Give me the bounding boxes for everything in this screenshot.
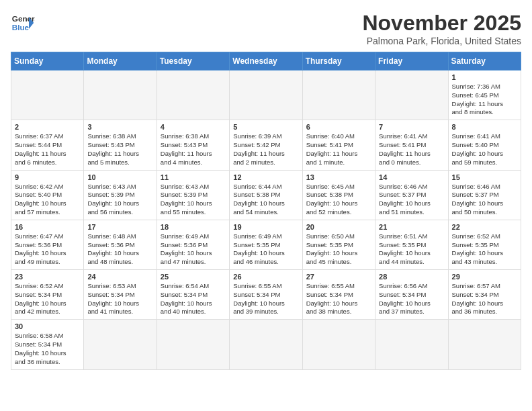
week-row-6: 30Sunrise: 6:58 AM Sunset: 5:34 PM Dayli… xyxy=(11,320,521,369)
day-number: 29 xyxy=(452,273,517,281)
calendar-cell: 28Sunrise: 6:56 AM Sunset: 5:34 PM Dayli… xyxy=(375,270,448,320)
day-info: Sunrise: 6:46 AM Sunset: 5:37 PM Dayligh… xyxy=(379,183,444,217)
day-info: Sunrise: 6:45 AM Sunset: 5:38 PM Dayligh… xyxy=(306,183,371,217)
day-info: Sunrise: 6:56 AM Sunset: 5:34 PM Dayligh… xyxy=(379,282,444,316)
calendar-cell xyxy=(302,71,375,120)
day-info: Sunrise: 6:48 AM Sunset: 5:36 PM Dayligh… xyxy=(87,232,152,267)
calendar-cell: 13Sunrise: 6:45 AM Sunset: 5:38 PM Dayli… xyxy=(302,170,375,220)
day-number: 25 xyxy=(161,273,226,281)
calendar-cell: 30Sunrise: 6:58 AM Sunset: 5:34 PM Dayli… xyxy=(11,320,84,369)
day-info: Sunrise: 6:39 AM Sunset: 5:42 PM Dayligh… xyxy=(233,132,298,167)
calendar-cell: 21Sunrise: 6:51 AM Sunset: 5:35 PM Dayli… xyxy=(375,220,448,269)
svg-text:Blue: Blue xyxy=(12,23,30,32)
day-info: Sunrise: 6:49 AM Sunset: 5:36 PM Dayligh… xyxy=(161,232,226,267)
calendar-cell: 2Sunrise: 6:37 AM Sunset: 5:44 PM Daylig… xyxy=(11,120,84,170)
day-number: 11 xyxy=(161,173,226,181)
day-info: Sunrise: 6:38 AM Sunset: 5:43 PM Dayligh… xyxy=(161,132,226,167)
calendar-cell: 1Sunrise: 7:36 AM Sunset: 6:45 PM Daylig… xyxy=(448,71,521,120)
day-info: Sunrise: 6:40 AM Sunset: 5:41 PM Dayligh… xyxy=(306,132,371,167)
calendar-cell: 16Sunrise: 6:47 AM Sunset: 5:36 PM Dayli… xyxy=(11,220,84,269)
calendar-cell: 18Sunrise: 6:49 AM Sunset: 5:36 PM Dayli… xyxy=(157,220,229,269)
day-number: 6 xyxy=(306,123,371,131)
week-row-5: 23Sunrise: 6:52 AM Sunset: 5:34 PM Dayli… xyxy=(11,270,521,320)
calendar-cell: 6Sunrise: 6:40 AM Sunset: 5:41 PM Daylig… xyxy=(302,120,375,170)
day-info: Sunrise: 6:54 AM Sunset: 5:34 PM Dayligh… xyxy=(161,282,226,316)
calendar-cell: 9Sunrise: 6:42 AM Sunset: 5:40 PM Daylig… xyxy=(11,170,84,220)
calendar-cell: 14Sunrise: 6:46 AM Sunset: 5:37 PM Dayli… xyxy=(375,170,448,220)
day-number: 5 xyxy=(233,123,298,131)
calendar-cell xyxy=(11,71,84,120)
day-info: Sunrise: 6:37 AM Sunset: 5:44 PM Dayligh… xyxy=(15,132,80,167)
day-info: Sunrise: 6:58 AM Sunset: 5:34 PM Dayligh… xyxy=(15,332,80,366)
day-number: 12 xyxy=(233,173,298,181)
day-header-friday: Friday xyxy=(375,52,448,71)
header-row: SundayMondayTuesdayWednesdayThursdayFrid… xyxy=(11,52,521,71)
calendar-cell: 26Sunrise: 6:55 AM Sunset: 5:34 PM Dayli… xyxy=(230,270,302,320)
calendar-cell: 27Sunrise: 6:55 AM Sunset: 5:34 PM Dayli… xyxy=(302,270,375,320)
day-info: Sunrise: 6:53 AM Sunset: 5:34 PM Dayligh… xyxy=(87,282,152,316)
day-number: 19 xyxy=(233,223,298,231)
day-header-saturday: Saturday xyxy=(448,52,521,71)
day-number: 7 xyxy=(379,123,444,131)
day-info: Sunrise: 6:49 AM Sunset: 5:35 PM Dayligh… xyxy=(233,232,298,267)
calendar-cell: 22Sunrise: 6:52 AM Sunset: 5:35 PM Dayli… xyxy=(448,220,521,269)
day-number: 9 xyxy=(15,173,80,181)
calendar-cell: 17Sunrise: 6:48 AM Sunset: 5:36 PM Dayli… xyxy=(84,220,157,269)
day-info: Sunrise: 6:46 AM Sunset: 5:37 PM Dayligh… xyxy=(452,183,517,217)
location-subtitle: Palmona Park, Florida, United States xyxy=(362,36,521,46)
day-info: Sunrise: 6:57 AM Sunset: 5:34 PM Dayligh… xyxy=(452,282,517,316)
day-info: Sunrise: 6:41 AM Sunset: 5:41 PM Dayligh… xyxy=(379,132,444,167)
day-number: 27 xyxy=(306,273,371,281)
day-number: 22 xyxy=(452,223,517,231)
day-number: 14 xyxy=(379,173,444,181)
week-row-1: 1Sunrise: 7:36 AM Sunset: 6:45 PM Daylig… xyxy=(11,71,521,120)
day-header-wednesday: Wednesday xyxy=(230,52,302,71)
calendar-cell: 12Sunrise: 6:44 AM Sunset: 5:38 PM Dayli… xyxy=(230,170,302,220)
calendar-table: SundayMondayTuesdayWednesdayThursdayFrid… xyxy=(11,52,521,370)
day-info: Sunrise: 6:42 AM Sunset: 5:40 PM Dayligh… xyxy=(15,183,80,217)
calendar-cell: 20Sunrise: 6:50 AM Sunset: 5:35 PM Dayli… xyxy=(302,220,375,269)
calendar-cell xyxy=(84,71,157,120)
header: General Blue November 2025 Palmona Park,… xyxy=(11,11,521,46)
day-number: 1 xyxy=(452,73,517,81)
day-number: 18 xyxy=(161,223,226,231)
calendar-cell: 25Sunrise: 6:54 AM Sunset: 5:34 PM Dayli… xyxy=(157,270,229,320)
calendar-cell: 8Sunrise: 6:41 AM Sunset: 5:40 PM Daylig… xyxy=(448,120,521,170)
day-number: 13 xyxy=(306,173,371,181)
day-number: 30 xyxy=(15,322,80,330)
day-info: Sunrise: 6:44 AM Sunset: 5:38 PM Dayligh… xyxy=(233,183,298,217)
calendar-cell: 15Sunrise: 6:46 AM Sunset: 5:37 PM Dayli… xyxy=(448,170,521,220)
day-header-tuesday: Tuesday xyxy=(157,52,229,71)
day-info: Sunrise: 6:55 AM Sunset: 5:34 PM Dayligh… xyxy=(306,282,371,316)
day-header-sunday: Sunday xyxy=(11,52,84,71)
calendar-cell xyxy=(84,320,157,369)
day-number: 20 xyxy=(306,223,371,231)
day-number: 17 xyxy=(87,223,152,231)
calendar-cell: 24Sunrise: 6:53 AM Sunset: 5:34 PM Dayli… xyxy=(84,270,157,320)
day-number: 23 xyxy=(15,273,80,281)
day-number: 10 xyxy=(87,173,152,181)
day-number: 15 xyxy=(452,173,517,181)
day-number: 16 xyxy=(15,223,80,231)
day-number: 2 xyxy=(15,123,80,131)
day-info: Sunrise: 6:55 AM Sunset: 5:34 PM Dayligh… xyxy=(233,282,298,316)
title-section: November 2025 Palmona Park, Florida, Uni… xyxy=(362,11,521,46)
calendar-cell: 4Sunrise: 6:38 AM Sunset: 5:43 PM Daylig… xyxy=(157,120,229,170)
day-number: 28 xyxy=(379,273,444,281)
week-row-4: 16Sunrise: 6:47 AM Sunset: 5:36 PM Dayli… xyxy=(11,220,521,269)
day-header-monday: Monday xyxy=(84,52,157,71)
calendar-cell: 7Sunrise: 6:41 AM Sunset: 5:41 PM Daylig… xyxy=(375,120,448,170)
week-row-2: 2Sunrise: 6:37 AM Sunset: 5:44 PM Daylig… xyxy=(11,120,521,170)
calendar-cell: 3Sunrise: 6:38 AM Sunset: 5:43 PM Daylig… xyxy=(84,120,157,170)
calendar-cell xyxy=(375,71,448,120)
day-header-thursday: Thursday xyxy=(302,52,375,71)
calendar-cell: 23Sunrise: 6:52 AM Sunset: 5:34 PM Dayli… xyxy=(11,270,84,320)
day-info: Sunrise: 6:52 AM Sunset: 5:35 PM Dayligh… xyxy=(452,232,517,267)
day-number: 21 xyxy=(379,223,444,231)
day-number: 8 xyxy=(452,123,517,131)
calendar-cell xyxy=(230,71,302,120)
calendar-cell: 10Sunrise: 6:43 AM Sunset: 5:39 PM Dayli… xyxy=(84,170,157,220)
week-row-3: 9Sunrise: 6:42 AM Sunset: 5:40 PM Daylig… xyxy=(11,170,521,220)
day-info: Sunrise: 6:43 AM Sunset: 5:39 PM Dayligh… xyxy=(87,183,152,217)
calendar-cell: 5Sunrise: 6:39 AM Sunset: 5:42 PM Daylig… xyxy=(230,120,302,170)
